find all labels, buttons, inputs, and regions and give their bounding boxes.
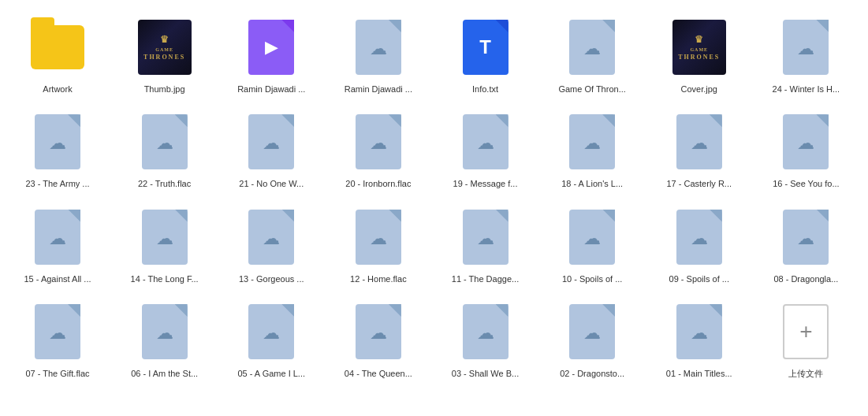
- file-label: 03 - Shall We B...: [452, 368, 519, 379]
- track-15[interactable]: ☁ 15 - Against All ...: [6, 199, 109, 291]
- file-label: 上传文件: [788, 368, 823, 379]
- file-label: 06 - I Am the St...: [131, 368, 198, 379]
- text-icon: T: [479, 36, 491, 58]
- file-label: 16 - See You fo...: [773, 178, 839, 189]
- track-08[interactable]: ☁ 08 - Dragongla...: [754, 199, 857, 291]
- cloud-icon: ☁: [370, 39, 387, 59]
- cloud-icon: ☁: [477, 228, 494, 249]
- file-label: 10 - Spoils of ...: [562, 273, 622, 284]
- file-label: 24 - Winter Is H...: [773, 84, 840, 95]
- cloud-icon: ☁: [691, 133, 708, 154]
- file-label: 22 - Truth.flac: [138, 178, 191, 189]
- track-05[interactable]: ☁ 05 - A Game I L...: [220, 294, 322, 385]
- file-label: 04 - The Queen...: [345, 368, 412, 379]
- track-16[interactable]: ☁ 16 - See You fo...: [754, 104, 857, 195]
- got-file[interactable]: ☁ Game Of Thron...: [541, 9, 643, 101]
- file-label: 09 - Spoils of ...: [669, 273, 729, 284]
- track-02[interactable]: ☁ 02 - Dragonstо...: [541, 294, 643, 385]
- cover-jpg[interactable]: ♛ GAME THRONES Cover.jpg: [648, 9, 751, 101]
- file-label: 11 - The Dagge...: [452, 273, 519, 284]
- cloud-icon: ☁: [797, 39, 814, 59]
- track-12[interactable]: ☁ 12 - Home.flac: [327, 199, 430, 291]
- track-19[interactable]: ☁ 19 - Message f...: [434, 104, 537, 195]
- file-label: 07 - The Gift.flac: [25, 368, 89, 379]
- file-label: 19 - Message f...: [453, 178, 518, 189]
- ramin-djawadi-2[interactable]: ☁ Ramin Djawadi ...: [327, 9, 430, 101]
- track-24[interactable]: ☁ 24 - Winter Is H...: [754, 9, 857, 101]
- cloud-icon: ☁: [691, 323, 708, 344]
- track-17[interactable]: ☁ 17 - Casterly R...: [648, 104, 751, 195]
- file-label: 12 - Home.flac: [350, 273, 407, 284]
- cloud-icon: ☁: [797, 133, 814, 154]
- track-22[interactable]: ☁ 22 - Truth.flac: [114, 104, 216, 195]
- thumb-jpg[interactable]: ♛ GAME THRONES Thumb.jpg: [114, 9, 216, 101]
- cloud-icon: ☁: [370, 133, 387, 154]
- track-09[interactable]: ☁ 09 - Spoils of ...: [648, 199, 751, 291]
- info-txt[interactable]: T Info.txt: [434, 9, 537, 101]
- cloud-icon: ☁: [263, 323, 280, 344]
- cloud-icon: ☁: [49, 228, 66, 249]
- cloud-icon: ☁: [583, 228, 601, 249]
- track-07[interactable]: ☁ 07 - The Gift.flac: [6, 294, 109, 385]
- file-label: 02 - Dragonstо...: [560, 368, 624, 379]
- file-label: Info.txt: [472, 84, 498, 95]
- file-label: 15 - Against All ...: [24, 273, 91, 284]
- video-icon: ▶: [265, 37, 278, 58]
- cloud-icon: ☁: [477, 133, 494, 154]
- cloud-icon: ☁: [583, 323, 601, 344]
- cloud-icon: ☁: [156, 228, 173, 249]
- cloud-icon: ☁: [691, 228, 708, 249]
- cloud-icon: ☁: [583, 39, 601, 59]
- track-23[interactable]: ☁ 23 - The Army ...: [6, 104, 109, 195]
- file-label: 05 - A Game I L...: [237, 368, 305, 379]
- track-03[interactable]: ☁ 03 - Shall We B...: [434, 294, 537, 385]
- cloud-icon: ☁: [49, 133, 66, 154]
- file-label: 20 - Ironborn.flac: [345, 178, 411, 189]
- file-label: 08 - Dragongla...: [773, 273, 838, 284]
- cloud-icon: ☁: [156, 323, 173, 344]
- cloud-icon: ☁: [370, 323, 387, 344]
- file-label: Artwork: [43, 84, 72, 95]
- file-label: Ramin Djawadi ...: [237, 84, 305, 95]
- track-01[interactable]: ☁ 01 - Main Titles...: [648, 294, 751, 385]
- track-04[interactable]: ☁ 04 - The Queen...: [327, 294, 430, 385]
- cloud-icon: ☁: [49, 323, 66, 344]
- upload-button[interactable]: + 上传文件: [754, 294, 857, 385]
- file-label: 17 - Casterly R...: [666, 178, 732, 189]
- track-21[interactable]: ☁ 21 - No One W...: [220, 104, 322, 195]
- track-06[interactable]: ☁ 06 - I Am the St...: [114, 294, 216, 385]
- file-label: 23 - The Army ...: [25, 178, 89, 189]
- artwork-folder[interactable]: Artwork: [6, 9, 109, 101]
- cloud-icon: ☁: [477, 323, 494, 344]
- cloud-icon: ☁: [797, 228, 814, 249]
- cloud-icon: ☁: [263, 133, 280, 154]
- cloud-icon: ☁: [263, 228, 280, 249]
- ramin-djawadi-1[interactable]: ▶ Ramin Djawadi ...: [220, 9, 322, 101]
- file-grid: Artwork ♛ GAME THRONES Thumb.jpg ▶ Ramin…: [0, 0, 868, 395]
- file-label: 14 - The Long F...: [131, 273, 199, 284]
- file-label: 01 - Main Titles...: [666, 368, 732, 379]
- cloud-icon: ☁: [583, 133, 601, 154]
- file-label: 21 - No One W...: [239, 178, 304, 189]
- track-14[interactable]: ☁ 14 - The Long F...: [114, 199, 216, 291]
- cloud-icon: ☁: [370, 228, 387, 249]
- file-label: Ramin Djawadi ...: [345, 84, 412, 95]
- file-label: 18 - A Lion's L...: [561, 178, 623, 189]
- upload-plus-icon: +: [799, 319, 812, 344]
- track-20[interactable]: ☁ 20 - Ironborn.flac: [327, 104, 430, 195]
- track-13[interactable]: ☁ 13 - Gorgeous ...: [220, 199, 322, 291]
- track-10[interactable]: ☁ 10 - Spoils of ...: [541, 199, 643, 291]
- file-label: 13 - Gorgeous ...: [239, 273, 304, 284]
- file-label: Thumb.jpg: [144, 84, 185, 95]
- track-18[interactable]: ☁ 18 - A Lion's L...: [541, 104, 643, 195]
- track-11[interactable]: ☁ 11 - The Dagge...: [434, 199, 537, 291]
- file-label: Cover.jpg: [681, 84, 717, 95]
- cloud-icon: ☁: [156, 133, 173, 154]
- file-label: Game Of Thron...: [558, 84, 625, 95]
